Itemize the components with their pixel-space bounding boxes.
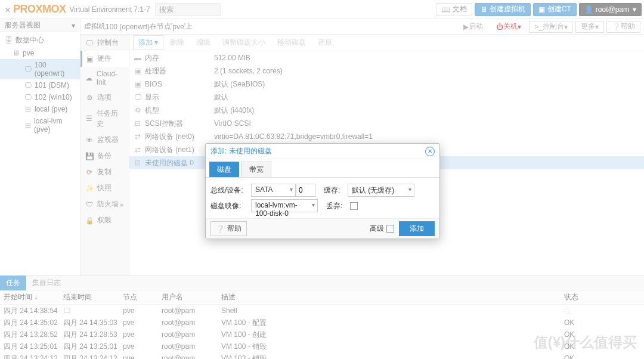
cache-select[interactable]: 默认 (无缓存) (348, 184, 414, 197)
advanced-toggle[interactable]: 高级 (370, 224, 394, 234)
image-select[interactable]: local-lvm:vm-100-disk-0 (251, 199, 318, 212)
help-icon: ❔ (216, 225, 225, 233)
close-icon[interactable]: ✕ (425, 147, 435, 156)
advanced-checkbox[interactable] (386, 225, 394, 233)
modal-add-button[interactable]: 添加 (399, 221, 435, 236)
modal-title: 添加: 未使用的磁盘 (210, 146, 425, 156)
modal-titlebar: 添加: 未使用的磁盘 ✕ (206, 144, 439, 159)
label-image: 磁盘映像: (210, 201, 251, 211)
label-cache: 缓存: (324, 185, 348, 196)
modal-help-button[interactable]: ❔帮助 (210, 221, 247, 236)
add-disk-modal: 添加: 未使用的磁盘 ✕ 磁盘 带宽 总线/设备: SATA 缓存: 默认 (无… (205, 143, 440, 239)
bus-select[interactable]: SATA (251, 184, 296, 197)
modal-tab-disk[interactable]: 磁盘 (209, 162, 239, 177)
bus-number-input[interactable] (296, 184, 315, 197)
label-bus: 总线/设备: (210, 185, 251, 196)
label-discard: 丢弃: (326, 201, 350, 211)
modal-tab-bandwidth[interactable]: 带宽 (242, 162, 271, 177)
discard-checkbox[interactable] (350, 202, 358, 210)
